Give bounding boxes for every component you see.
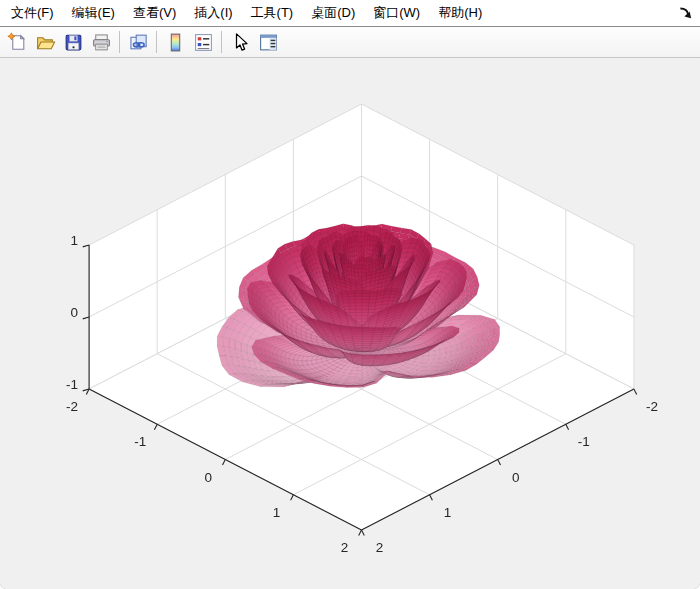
print-figure-icon <box>91 32 112 53</box>
open-file-icon <box>35 32 56 53</box>
property-inspector-button[interactable] <box>255 29 281 55</box>
menu-bar: 文件(F)编辑(E)查看(V)插入(I)工具(T)桌面(D)窗口(W)帮助(H) <box>0 0 700 27</box>
property-inspector-icon <box>258 32 279 53</box>
menu-view[interactable]: 查看(V) <box>124 0 185 27</box>
toolbar <box>0 27 700 58</box>
menu-file[interactable]: 文件(F) <box>2 0 63 27</box>
insert-legend-icon <box>193 32 214 53</box>
menu-tools[interactable]: 工具(T) <box>242 0 303 27</box>
toolbar-separator <box>119 31 120 53</box>
toolbar-separator <box>221 31 222 53</box>
dock-figure-button[interactable] <box>677 4 695 22</box>
menu-items: 文件(F)编辑(E)查看(V)插入(I)工具(T)桌面(D)窗口(W)帮助(H) <box>0 0 491 27</box>
menu-window[interactable]: 窗口(W) <box>364 0 429 27</box>
menu-edit[interactable]: 编辑(E) <box>63 0 124 27</box>
open-file-button[interactable] <box>32 29 58 55</box>
menu-desktop[interactable]: 桌面(D) <box>302 0 364 27</box>
insert-legend-button[interactable] <box>190 29 216 55</box>
link-plot-icon <box>128 32 149 53</box>
link-plot-button[interactable] <box>125 29 151 55</box>
print-figure-button[interactable] <box>88 29 114 55</box>
axes-3d-plot[interactable] <box>0 58 700 589</box>
insert-colorbar-button[interactable] <box>162 29 188 55</box>
figure-area: -2-1012-2-1012-101 <box>0 58 700 589</box>
toolbar-separator <box>156 31 157 53</box>
menu-insert[interactable]: 插入(I) <box>185 0 241 27</box>
edit-plot-button[interactable] <box>227 29 253 55</box>
new-figure-icon <box>7 32 28 53</box>
menu-help[interactable]: 帮助(H) <box>429 0 491 27</box>
save-figure-button[interactable] <box>60 29 86 55</box>
save-figure-icon <box>63 32 84 53</box>
new-figure-button[interactable] <box>4 29 30 55</box>
edit-plot-icon <box>230 32 251 53</box>
dock-arrow-icon <box>677 4 695 22</box>
insert-colorbar-icon <box>165 32 186 53</box>
matlab-figure-window: 文件(F)编辑(E)查看(V)插入(I)工具(T)桌面(D)窗口(W)帮助(H)… <box>0 0 700 589</box>
